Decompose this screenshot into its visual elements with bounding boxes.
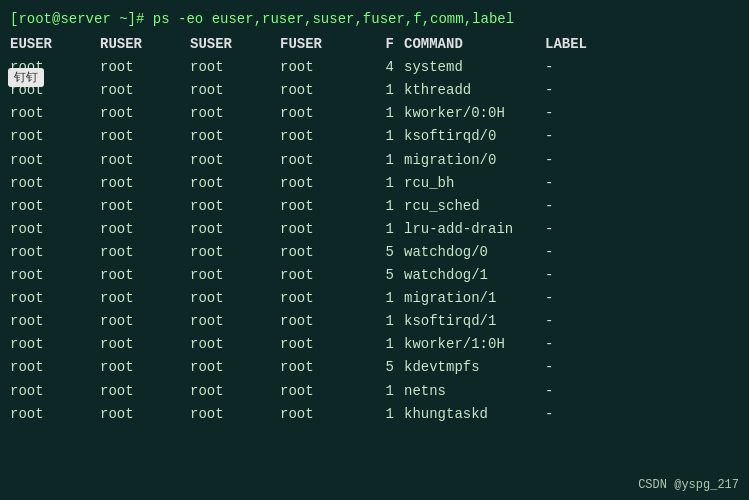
header-row: EUSER RUSER SUSER FUSER F COMMAND LABEL xyxy=(10,33,739,56)
cell-f: 1 xyxy=(370,218,400,241)
cell-f: 5 xyxy=(370,241,400,264)
cell-euser: root xyxy=(10,333,100,356)
table-row: root root root root 1 ksoftirqd/0 - xyxy=(10,125,739,148)
cell-ruser: root xyxy=(100,149,190,172)
cell-suser: root xyxy=(190,241,280,264)
cell-label: - xyxy=(545,149,625,172)
table-row: root root root root 1 migration/1 - xyxy=(10,287,739,310)
cell-command: rcu_sched xyxy=(400,195,545,218)
cell-label: - xyxy=(545,218,625,241)
cell-label: - xyxy=(545,125,625,148)
table-row: root root root root 5 watchdog/1 - xyxy=(10,264,739,287)
cell-suser: root xyxy=(190,380,280,403)
cell-f: 1 xyxy=(370,79,400,102)
table-row: root root root root 1 migration/0 - xyxy=(10,149,739,172)
table-row: root root root root 1 kthreadd - xyxy=(10,79,739,102)
cell-euser: root xyxy=(10,218,100,241)
data-rows: root root root root 4 systemd - root roo… xyxy=(10,56,739,426)
cell-euser: root xyxy=(10,310,100,333)
cell-ruser: root xyxy=(100,241,190,264)
cell-ruser: root xyxy=(100,172,190,195)
cell-label: - xyxy=(545,287,625,310)
table-row: root root root root 1 kworker/1:0H - xyxy=(10,333,739,356)
cell-fuser: root xyxy=(280,241,370,264)
col-header-label: LABEL xyxy=(545,33,625,56)
cell-f: 1 xyxy=(370,195,400,218)
cell-euser: root xyxy=(10,356,100,379)
cell-f: 1 xyxy=(370,102,400,125)
cell-f: 1 xyxy=(370,333,400,356)
cell-fuser: root xyxy=(280,380,370,403)
cell-f: 1 xyxy=(370,310,400,333)
cell-ruser: root xyxy=(100,218,190,241)
cell-suser: root xyxy=(190,149,280,172)
cell-command: lru-add-drain xyxy=(400,218,545,241)
cell-fuser: root xyxy=(280,403,370,426)
watermark: CSDN @yspg_217 xyxy=(638,478,739,492)
pin-badge[interactable]: 钉钉 xyxy=(8,68,44,87)
cell-fuser: root xyxy=(280,218,370,241)
cell-euser: root xyxy=(10,172,100,195)
cell-ruser: root xyxy=(100,310,190,333)
cell-f: 1 xyxy=(370,172,400,195)
col-header-fuser: FUSER xyxy=(280,33,370,56)
cell-euser: root xyxy=(10,195,100,218)
cell-suser: root xyxy=(190,333,280,356)
cell-euser: root xyxy=(10,125,100,148)
cell-fuser: root xyxy=(280,287,370,310)
cell-command: watchdog/0 xyxy=(400,241,545,264)
cell-suser: root xyxy=(190,287,280,310)
cell-label: - xyxy=(545,241,625,264)
cell-suser: root xyxy=(190,195,280,218)
col-header-suser: SUSER xyxy=(190,33,280,56)
cell-ruser: root xyxy=(100,195,190,218)
cell-label: - xyxy=(545,310,625,333)
cell-fuser: root xyxy=(280,333,370,356)
cell-suser: root xyxy=(190,56,280,79)
cell-command: khungtaskd xyxy=(400,403,545,426)
cell-command: migration/1 xyxy=(400,287,545,310)
col-header-f: F xyxy=(370,33,400,56)
cell-euser: root xyxy=(10,241,100,264)
cell-f: 5 xyxy=(370,356,400,379)
cell-label: - xyxy=(545,380,625,403)
cell-label: - xyxy=(545,172,625,195)
cell-suser: root xyxy=(190,172,280,195)
cell-command: rcu_bh xyxy=(400,172,545,195)
cell-ruser: root xyxy=(100,125,190,148)
cell-euser: root xyxy=(10,380,100,403)
cell-command: kdevtmpfs xyxy=(400,356,545,379)
cell-label: - xyxy=(545,56,625,79)
cell-f: 1 xyxy=(370,149,400,172)
cell-f: 1 xyxy=(370,403,400,426)
table-row: root root root root 1 lru-add-drain - xyxy=(10,218,739,241)
cell-fuser: root xyxy=(280,356,370,379)
col-header-euser: EUSER xyxy=(10,33,100,56)
table-row: root root root root 1 rcu_sched - xyxy=(10,195,739,218)
cell-fuser: root xyxy=(280,56,370,79)
cell-euser: root xyxy=(10,403,100,426)
cell-label: - xyxy=(545,102,625,125)
cell-suser: root xyxy=(190,310,280,333)
cell-fuser: root xyxy=(280,125,370,148)
cell-suser: root xyxy=(190,264,280,287)
cell-euser: root xyxy=(10,287,100,310)
cell-suser: root xyxy=(190,125,280,148)
cell-fuser: root xyxy=(280,172,370,195)
col-header-ruser: RUSER xyxy=(100,33,190,56)
table-row: root root root root 5 watchdog/0 - xyxy=(10,241,739,264)
cell-command: watchdog/1 xyxy=(400,264,545,287)
cell-euser: root xyxy=(10,264,100,287)
table-row: root root root root 1 ksoftirqd/1 - xyxy=(10,310,739,333)
cell-command: systemd xyxy=(400,56,545,79)
cell-ruser: root xyxy=(100,56,190,79)
cell-label: - xyxy=(545,264,625,287)
cell-f: 1 xyxy=(370,380,400,403)
cell-fuser: root xyxy=(280,195,370,218)
table-row: root root root root 1 netns - xyxy=(10,380,739,403)
cell-command: kthreadd xyxy=(400,79,545,102)
cell-command: netns xyxy=(400,380,545,403)
cell-fuser: root xyxy=(280,310,370,333)
cell-label: - xyxy=(545,195,625,218)
cell-f: 4 xyxy=(370,56,400,79)
